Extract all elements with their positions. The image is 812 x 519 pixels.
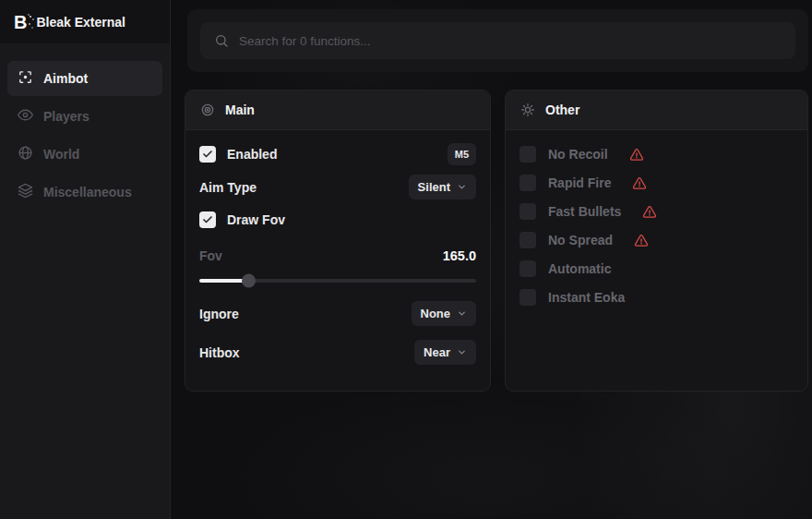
fast-bullets-checkbox[interactable] [519, 203, 536, 220]
chevron-down-icon [457, 308, 467, 319]
sidebar-item-label: Miscellaneous [43, 185, 132, 199]
sidebar: B Bleak External Aimbot Players [0, 0, 171, 519]
enabled-label: Enabled [227, 147, 277, 162]
no-recoil-row[interactable]: No Recoil [519, 142, 794, 166]
fov-value: 165.0 [443, 248, 476, 263]
chevron-down-icon [457, 347, 467, 357]
eye-icon [18, 107, 33, 126]
rapid-fire-row[interactable]: Rapid Fire [519, 171, 794, 195]
fast-bullets-row[interactable]: Fast Bullets [519, 199, 794, 223]
fov-row: Fov 165.0 [199, 244, 476, 268]
draw-fov-checkbox[interactable] [199, 211, 216, 228]
warning-icon [642, 205, 657, 219]
hitbox-row: Hitbox Near [199, 340, 476, 365]
brand-header: B Bleak External [0, 0, 170, 44]
search-icon [214, 33, 229, 48]
no-spread-row[interactable]: No Spread [519, 228, 794, 252]
panel-main-body: Enabled M5 Aim Type Silent Draw Fov Fov … [185, 130, 490, 365]
no-recoil-label: No Recoil [548, 147, 608, 162]
hitbox-label: Hitbox [199, 345, 240, 360]
ignore-label: Ignore [199, 307, 239, 321]
enabled-row: Enabled M5 [199, 142, 476, 166]
sidebar-item-label: World [43, 147, 79, 162]
rapid-fire-label: Rapid Fire [548, 175, 611, 190]
sidebar-item-players[interactable]: Players [7, 99, 162, 134]
no-spread-label: No Spread [548, 233, 613, 247]
instant-eoka-row[interactable]: Instant Eoka [519, 285, 794, 309]
check-icon [202, 214, 213, 225]
automatic-checkbox[interactable] [519, 260, 536, 277]
sidebar-item-label: Players [43, 109, 90, 124]
globe-icon [18, 145, 33, 163]
sidebar-item-world[interactable]: World [7, 137, 162, 172]
app-logo-icon: B [14, 13, 26, 31]
panel-main: Main Enabled M5 Aim Type Silent Draw Fov [185, 90, 491, 392]
panel-title: Main [225, 103, 255, 117]
fast-bullets-label: Fast Bullets [548, 204, 621, 219]
fov-slider[interactable] [199, 274, 476, 287]
draw-fov-row: Draw Fov [199, 208, 476, 232]
aim-type-label: Aim Type [199, 180, 257, 195]
draw-fov-label: Draw Fov [227, 212, 285, 227]
target-icon [200, 103, 215, 117]
aim-type-dropdown[interactable]: Silent [409, 175, 476, 199]
panel-title: Other [545, 103, 579, 117]
panel-other: Other No Recoil Rapid Fire [505, 90, 808, 392]
automatic-row[interactable]: Automatic [519, 257, 794, 281]
search-box[interactable] [200, 22, 795, 59]
app-title: Bleak External [36, 15, 125, 30]
ignore-dropdown[interactable]: None [412, 301, 477, 326]
panel-other-header: Other [506, 91, 807, 130]
panel-other-body: No Recoil Rapid Fire Fast Bullets [506, 130, 807, 309]
aim-type-row: Aim Type Silent [199, 175, 476, 199]
instant-eoka-label: Instant Eoka [548, 290, 625, 305]
sidebar-nav: Aimbot Players World [0, 44, 170, 210]
ignore-row: Ignore None [199, 301, 476, 326]
sidebar-item-miscellaneous[interactable]: Miscellaneous [7, 175, 162, 210]
warning-icon [634, 234, 649, 247]
gear-icon [520, 103, 535, 117]
check-icon [202, 149, 213, 160]
sidebar-item-label: Aimbot [43, 71, 88, 86]
enabled-checkbox[interactable] [199, 146, 216, 163]
no-recoil-checkbox[interactable] [519, 146, 536, 163]
instant-eoka-checkbox[interactable] [519, 289, 536, 306]
hitbox-value: Near [424, 345, 450, 359]
ignore-value: None [421, 307, 451, 320]
panel-main-header: Main [185, 91, 490, 130]
sidebar-item-aimbot[interactable]: Aimbot [7, 61, 162, 96]
enabled-keybind-button[interactable]: M5 [448, 143, 476, 165]
no-spread-checkbox[interactable] [519, 232, 536, 248]
fov-slider-handle[interactable] [242, 274, 256, 288]
fov-slider-track[interactable] [199, 279, 476, 283]
rapid-fire-checkbox[interactable] [519, 175, 536, 191]
warning-icon [629, 148, 644, 162]
fov-label: Fov [199, 248, 222, 263]
chevron-down-icon [457, 182, 467, 192]
hitbox-dropdown[interactable]: Near [414, 340, 476, 365]
aim-type-value: Silent [418, 180, 450, 194]
layers-icon [18, 183, 33, 201]
fov-slider-fill [199, 279, 249, 283]
search-input[interactable] [239, 34, 782, 48]
warning-icon [632, 176, 647, 190]
search-section [187, 9, 808, 72]
crosshair-icon [18, 69, 33, 88]
automatic-label: Automatic [548, 261, 611, 276]
